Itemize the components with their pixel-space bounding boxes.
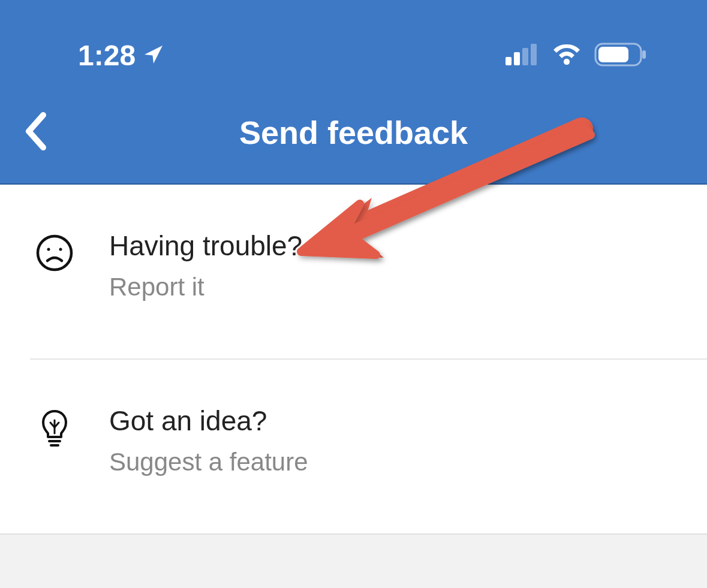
feedback-option-text: Having trouble? Report it [109, 230, 302, 301]
feedback-option-subtitle: Report it [109, 273, 302, 301]
svg-rect-5 [598, 47, 628, 62]
app-header: 1:28 [0, 0, 707, 185]
page-title: Send feedback [24, 114, 683, 151]
feedback-option-report[interactable]: Having trouble? Report it [0, 185, 707, 358]
svg-rect-2 [522, 48, 528, 65]
status-time: 1:28 [78, 39, 136, 72]
svg-point-9 [59, 248, 62, 251]
footer-space [0, 533, 707, 588]
battery-icon [594, 43, 647, 69]
sad-face-icon [36, 230, 73, 272]
content-area: Having trouble? Report it Got an idea? S… [0, 185, 707, 533]
svg-point-8 [47, 248, 50, 251]
svg-rect-0 [506, 57, 512, 65]
status-bar-left: 1:28 [78, 39, 164, 72]
cellular-signal-icon [506, 44, 539, 68]
svg-rect-6 [642, 50, 646, 59]
nav-bar: Send feedback [0, 72, 707, 151]
feedback-option-subtitle: Suggest a feature [109, 448, 308, 477]
status-bar-right [506, 43, 647, 69]
lightbulb-icon [36, 405, 73, 448]
location-icon [143, 39, 164, 72]
svg-rect-1 [514, 52, 520, 65]
feedback-option-title: Having trouble? [109, 230, 302, 262]
status-bar: 1:28 [0, 0, 707, 72]
wifi-icon [551, 43, 582, 68]
back-button[interactable] [23, 110, 49, 155]
feedback-option-title: Got an idea? [109, 405, 308, 437]
svg-point-7 [38, 236, 71, 270]
feedback-option-text: Got an idea? Suggest a feature [109, 405, 308, 477]
feedback-option-suggest[interactable]: Got an idea? Suggest a feature [0, 360, 707, 533]
svg-rect-3 [531, 44, 537, 65]
